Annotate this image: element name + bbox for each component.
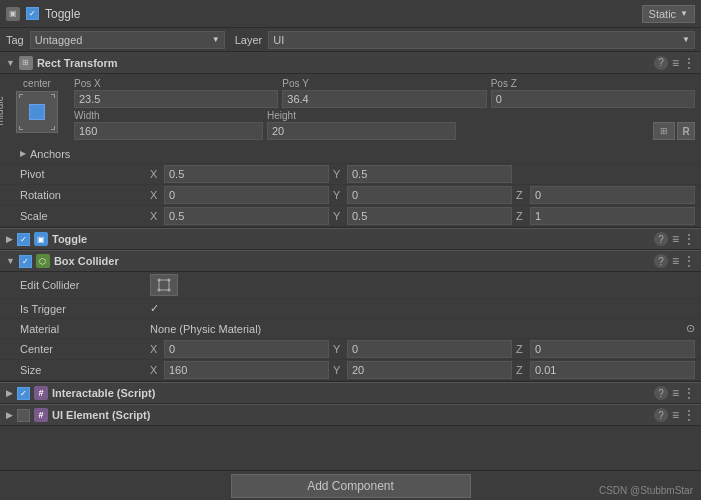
toggle-settings-icon[interactable]: ≡: [672, 232, 679, 246]
collider-center-row: Center X Y Z: [0, 339, 701, 360]
is-trigger-checkmark: ✓: [150, 302, 159, 315]
anchor-visual[interactable]: [16, 91, 58, 133]
edit-collider-label: Edit Collider: [20, 279, 150, 291]
rt-expand-icon[interactable]: ▼: [6, 58, 15, 68]
toggle-title: Toggle: [45, 7, 636, 21]
static-dropdown[interactable]: Static ▼: [642, 5, 695, 23]
collider-cy-input[interactable]: [347, 340, 512, 358]
scale-y-group: Y: [333, 207, 512, 225]
collider-size-label: Size: [20, 364, 150, 376]
toggle-comp-checkbox[interactable]: ✓: [17, 233, 30, 246]
svg-point-3: [158, 289, 161, 292]
interactable-help-icon[interactable]: ?: [654, 386, 668, 400]
pos-z-input[interactable]: [491, 90, 695, 108]
pivot-x-input[interactable]: [164, 165, 329, 183]
tag-arrow: ▼: [212, 35, 220, 44]
toggle-more-icon[interactable]: ⋮: [683, 232, 695, 246]
width-label: Width: [74, 110, 263, 121]
edit-collider-btn[interactable]: [150, 274, 178, 296]
interactable-expand[interactable]: ▶: [6, 388, 13, 398]
anchor-inner: [29, 104, 45, 120]
width-input[interactable]: [74, 122, 263, 140]
middle-label: middle: [0, 96, 5, 125]
pivot-x-group: X: [150, 165, 329, 183]
blueprint-icon[interactable]: ⊞: [653, 122, 675, 140]
rt-help-icon[interactable]: ?: [654, 56, 668, 70]
watermark: CSDN @StubbmStar: [599, 485, 693, 496]
tag-value: Untagged: [35, 34, 83, 46]
tag-layer-bar: Tag Untagged ▼ Layer UI ▼: [0, 28, 701, 52]
svg-point-1: [158, 279, 161, 282]
ui-element-title: UI Element (Script): [52, 409, 650, 421]
collider-cz-input[interactable]: [530, 340, 695, 358]
collider-center-values: X Y Z: [150, 340, 695, 358]
rot-x-input[interactable]: [164, 186, 329, 204]
pivot-values: X Y: [150, 165, 695, 183]
height-input[interactable]: [267, 122, 456, 140]
svg-rect-0: [159, 280, 169, 290]
rot-y-input[interactable]: [347, 186, 512, 204]
collider-cx-input[interactable]: [164, 340, 329, 358]
scale-z-group: Z: [516, 207, 695, 225]
box-settings-icon[interactable]: ≡: [672, 254, 679, 268]
rt-main-row: center middle Pos X Pos Y: [0, 74, 701, 144]
pivot-label: Pivot: [20, 168, 150, 180]
pos-x-label: Pos X: [74, 78, 278, 89]
top-bar: ▣ ✓ Toggle Static ▼: [0, 0, 701, 28]
interactable-checkbox[interactable]: ✓: [17, 387, 30, 400]
collider-sy-input[interactable]: [347, 361, 512, 379]
rot-x-group: X: [150, 186, 329, 204]
edit-collider-row: Edit Collider: [0, 272, 701, 299]
ui-element-expand[interactable]: ▶: [6, 410, 13, 420]
box-help-icon[interactable]: ?: [654, 254, 668, 268]
ui-settings-icon[interactable]: ≡: [672, 408, 679, 422]
toggle-comp-expand[interactable]: ▶: [6, 234, 13, 244]
box-collider-title: Box Collider: [54, 255, 650, 267]
box-collider-checkbox[interactable]: ✓: [19, 255, 32, 268]
static-arrow: ▼: [680, 9, 688, 18]
rt-more-icon[interactable]: ⋮: [683, 56, 695, 70]
rot-y-group: Y: [333, 186, 512, 204]
tag-label: Tag: [6, 34, 24, 46]
box-collider-expand[interactable]: ▼: [6, 256, 15, 266]
box-collider-content: Edit Collider Is Trigger ✓ Material None…: [0, 272, 701, 382]
ui-element-script-header: ▶ # UI Element (Script) ? ≡ ⋮: [0, 404, 701, 426]
collider-size-values: X Y Z: [150, 361, 695, 379]
ui-element-checkbox[interactable]: [17, 409, 30, 422]
bp-buttons: ⊞ R: [653, 122, 695, 140]
box-collider-header: ▼ ✓ ⬡ Box Collider ? ≡ ⋮: [0, 250, 701, 272]
material-pick-icon[interactable]: ⊙: [686, 322, 695, 335]
layer-dropdown[interactable]: UI ▼: [268, 31, 695, 49]
rt-settings-icon[interactable]: ≡: [672, 56, 679, 70]
scale-y-input[interactable]: [347, 207, 512, 225]
rot-z-input[interactable]: [530, 186, 695, 204]
pivot-row: Pivot X Y: [0, 164, 701, 185]
toggle-checkbox[interactable]: ✓: [26, 7, 39, 20]
tag-dropdown[interactable]: Untagged ▼: [30, 31, 225, 49]
box-collider-icon: ⬡: [36, 254, 50, 268]
r-button[interactable]: R: [677, 122, 695, 140]
pos-x-input[interactable]: [74, 90, 278, 108]
svg-point-2: [168, 279, 171, 282]
scale-z-input[interactable]: [530, 207, 695, 225]
interactable-settings-icon[interactable]: ≡: [672, 386, 679, 400]
pos-y-input[interactable]: [282, 90, 486, 108]
collider-sx-input[interactable]: [164, 361, 329, 379]
interactable-icon: #: [34, 386, 48, 400]
svg-point-4: [168, 289, 171, 292]
add-component-button[interactable]: Add Component: [231, 474, 471, 498]
scale-x-input[interactable]: [164, 207, 329, 225]
collider-sz-input[interactable]: [530, 361, 695, 379]
toggle-help-icon[interactable]: ?: [654, 232, 668, 246]
anchors-row[interactable]: ▶ Anchors: [0, 144, 701, 164]
toggle-comp-icon: ▣: [34, 232, 48, 246]
scale-values: X Y Z: [150, 207, 695, 225]
layer-label: Layer: [235, 34, 263, 46]
ui-more-icon[interactable]: ⋮: [683, 408, 695, 422]
box-more-icon[interactable]: ⋮: [683, 254, 695, 268]
pos-row: Pos X Pos Y Pos Z: [74, 78, 695, 108]
ui-help-icon[interactable]: ?: [654, 408, 668, 422]
anchors-triangle: ▶: [20, 149, 26, 158]
interactable-more-icon[interactable]: ⋮: [683, 386, 695, 400]
pivot-y-input[interactable]: [347, 165, 512, 183]
